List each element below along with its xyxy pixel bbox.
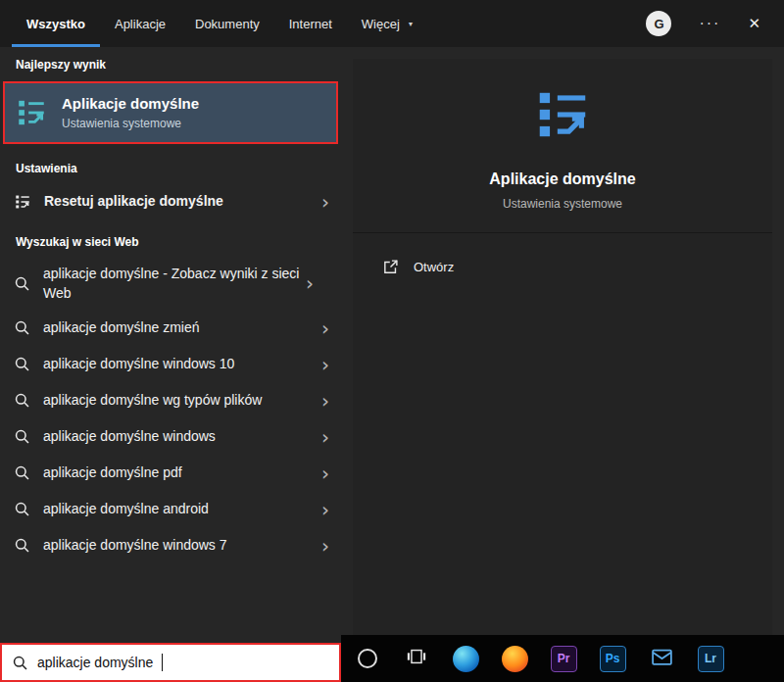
- tab-all-label: Wszystko: [26, 17, 85, 31]
- tab-web-label: Internet: [289, 17, 332, 31]
- open-action-label: Otwórz: [414, 260, 454, 274]
- chevron-right-icon: ›: [321, 318, 329, 338]
- search-icon: [14, 319, 30, 336]
- web-suggestion-label: aplikacje domyślne zmień: [43, 317, 321, 337]
- premiere-button[interactable]: Pr: [539, 635, 588, 682]
- tab-web[interactable]: Internet: [274, 0, 347, 47]
- web-suggestion[interactable]: aplikacje domyślne windows 10 ›: [0, 346, 341, 382]
- more-options-icon[interactable]: ···: [699, 15, 720, 32]
- best-match-text: Aplikacje domyślne Ustawienia systemowe: [62, 95, 199, 130]
- web-suggestion[interactable]: aplikacje domyślne android ›: [0, 491, 341, 527]
- search-input-value: aplikacje domyślne: [37, 655, 153, 670]
- settings-result-reset-default-apps[interactable]: Resetuj aplikacje domyślne ›: [0, 183, 341, 219]
- search-top-bar: Wszystko Aplikacje Dokumenty Internet Wi…: [0, 0, 784, 47]
- search-icon: [14, 392, 30, 409]
- results-panel: Najlepszy wynik Aplikacje domyślne Ustaw…: [0, 47, 341, 643]
- web-suggestion-label: aplikacje domyślne windows 7: [43, 535, 321, 555]
- cortana-icon: [358, 649, 377, 668]
- edge-icon: [453, 646, 479, 672]
- chevron-right-icon: ›: [306, 273, 314, 293]
- web-suggestion-label: aplikacje domyślne windows 10: [43, 354, 321, 373]
- search-icon: [14, 464, 30, 481]
- web-suggestion[interactable]: aplikacje domyślne zmień ›: [0, 310, 341, 346]
- search-icon: [14, 428, 30, 445]
- search-icon: [14, 356, 30, 372]
- photoshop-icon: Ps: [600, 646, 626, 672]
- top-bar-controls: G ··· ✕: [646, 0, 784, 47]
- default-apps-icon: [15, 96, 48, 129]
- lightroom-icon: Lr: [698, 646, 724, 672]
- web-suggestion[interactable]: aplikacje domyślne windows 7 ›: [0, 527, 341, 563]
- tab-apps-label: Aplikacje: [115, 17, 166, 31]
- settings-header: Ustawienia: [0, 144, 341, 183]
- web-suggestion[interactable]: aplikacje domyślne windows ›: [0, 418, 341, 455]
- default-apps-icon: [532, 84, 593, 145]
- lightroom-button[interactable]: Lr: [686, 635, 735, 682]
- web-suggestion-label: aplikacje domyślne pdf: [43, 463, 321, 482]
- search-icon: [14, 275, 30, 292]
- tab-documents-label: Dokumenty: [195, 17, 260, 31]
- text-cursor: [162, 654, 163, 671]
- firefox-icon: [502, 646, 528, 672]
- preview-title: Aplikacje domyślne: [372, 170, 753, 188]
- task-view-icon: [406, 646, 427, 671]
- mail-icon: [650, 645, 674, 673]
- web-suggestion-label: aplikacje domyślne windows: [43, 426, 321, 446]
- close-icon[interactable]: ✕: [748, 15, 760, 32]
- preview-panel: Aplikacje domyślne Ustawienia systemowe …: [353, 59, 772, 635]
- account-avatar[interactable]: G: [646, 11, 671, 36]
- web-suggestion-see-results[interactable]: aplikacje domyślne - Zobacz wyniki z sie…: [0, 257, 341, 310]
- firefox-button[interactable]: [490, 635, 539, 682]
- windows-search-flyout: Wszystko Aplikacje Dokumenty Internet Wi…: [0, 0, 784, 682]
- chevron-right-icon: ›: [321, 192, 329, 212]
- web-suggestion[interactable]: aplikacje domyślne wg typów plików ›: [0, 382, 341, 418]
- chevron-right-icon: ›: [321, 500, 329, 519]
- tab-apps[interactable]: Aplikacje: [100, 0, 180, 47]
- open-action[interactable]: Otwórz: [353, 249, 772, 285]
- search-icon: [14, 537, 30, 554]
- chevron-right-icon: ›: [321, 355, 329, 374]
- search-icon: [12, 655, 28, 671]
- taskbar: Pr Ps Lr: [341, 635, 784, 682]
- open-external-icon: [382, 259, 399, 275]
- best-match-subtitle: Ustawienia systemowe: [62, 117, 199, 130]
- premiere-icon: Pr: [551, 646, 577, 672]
- search-filter-tabs: Wszystko Aplikacje Dokumenty Internet Wi…: [0, 0, 430, 47]
- web-suggestion-label: aplikacje domyślne - Zobacz wyniki z sie…: [43, 264, 306, 304]
- cortana-button[interactable]: [343, 635, 392, 682]
- photoshop-button[interactable]: Ps: [588, 635, 637, 682]
- web-suggestion-label: aplikacje domyślne wg typów plików: [43, 390, 321, 410]
- tab-more-label: Więcej: [362, 17, 400, 31]
- settings-result-label: Resetuj aplikacje domyślne: [44, 191, 321, 211]
- preview-subtitle: Ustawienia systemowe: [372, 197, 753, 211]
- best-match-title: Aplikacje domyślne: [62, 95, 199, 112]
- task-view-button[interactable]: [392, 635, 441, 682]
- chevron-right-icon: ›: [321, 463, 329, 483]
- chevron-right-icon: ›: [321, 391, 329, 411]
- web-suggestion-label: aplikacje domyślne android: [43, 499, 321, 518]
- chevron-right-icon: ›: [321, 536, 329, 556]
- edge-button[interactable]: [441, 635, 490, 682]
- preview-header: Aplikacje domyślne Ustawienia systemowe: [353, 59, 772, 233]
- tab-all[interactable]: Wszystko: [12, 0, 100, 47]
- best-match-header: Najlepszy wynik: [0, 47, 341, 79]
- search-input[interactable]: aplikacje domyślne: [0, 643, 341, 682]
- best-match-result[interactable]: Aplikacje domyślne Ustawienia systemowe: [3, 81, 338, 144]
- web-search-header: Wyszukaj w sieci Web: [0, 219, 341, 257]
- tab-more[interactable]: Więcej ▼: [347, 0, 430, 47]
- search-icon: [14, 501, 30, 517]
- chevron-right-icon: ›: [321, 427, 329, 447]
- mail-button[interactable]: [637, 635, 686, 682]
- tab-documents[interactable]: Dokumenty: [180, 0, 274, 47]
- web-suggestion[interactable]: aplikacje domyślne pdf ›: [0, 455, 341, 491]
- default-apps-icon: [14, 193, 31, 211]
- chevron-down-icon: ▼: [407, 20, 414, 27]
